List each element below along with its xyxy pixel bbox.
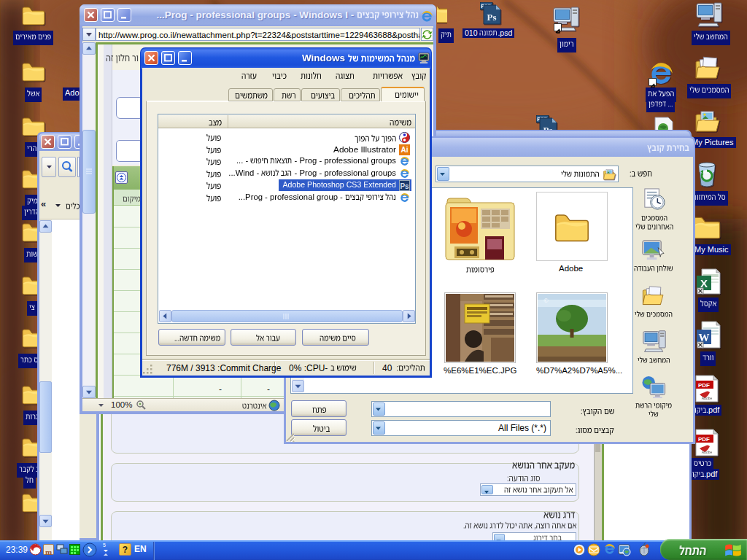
svg-text:X: X (700, 277, 708, 289)
svg-text:PDF: PDF (698, 382, 710, 389)
svg-text:5: 5 (103, 542, 106, 548)
svg-text:Ps: Ps (487, 12, 497, 23)
svg-text:Adobe: Adobe (702, 396, 713, 400)
svg-text:©: © (543, 297, 549, 304)
svg-text:Adobe: Adobe (702, 450, 713, 454)
svg-text:PDF: PDF (698, 436, 710, 443)
